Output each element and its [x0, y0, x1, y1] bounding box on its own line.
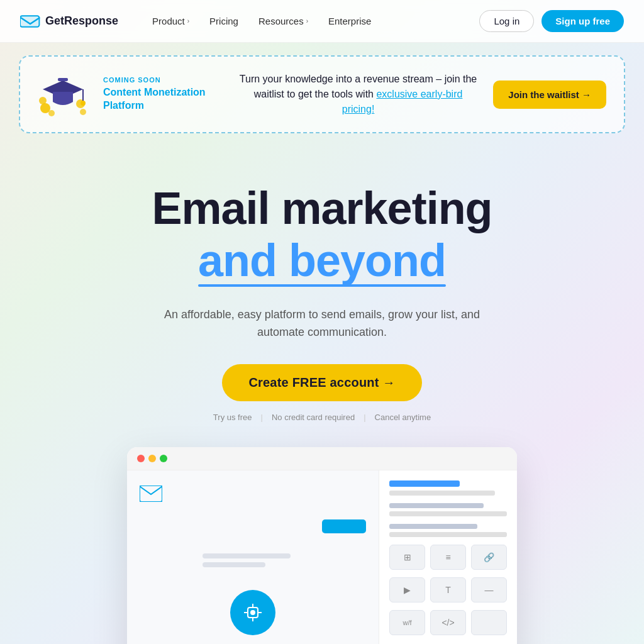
panel-divider-icon: — — [471, 577, 507, 602]
svg-point-13 — [250, 610, 255, 615]
panel-image-icon: ⊞ — [389, 545, 425, 570]
panel-icon-grid-2: ▶ T — — [389, 577, 507, 602]
panel-format-icon: T — [430, 577, 466, 602]
svg-point-3 — [39, 97, 47, 104]
nav-actions: Log in Sign up free — [479, 10, 624, 32]
separator-2: | — [364, 413, 365, 422]
logo-link[interactable]: GetResponse — [20, 14, 118, 29]
hero-section: Email marketing and beyond An affordable… — [0, 146, 644, 644]
svg-point-10 — [80, 101, 86, 106]
window-expand-dot — [160, 455, 167, 462]
navigation: GetResponse Product › Pricing Resources … — [0, 0, 644, 43]
hero-subtitle: An affordable, easy platform to send ema… — [158, 306, 486, 342]
svg-point-6 — [80, 109, 86, 115]
hero-title-main: Email marketing — [152, 183, 492, 233]
hero-title-sub: and beyond — [198, 233, 446, 287]
panel-social-icon: w/f — [389, 610, 425, 635]
hero-title: Email marketing and beyond — [25, 184, 619, 288]
grad-cap-icon — [38, 69, 88, 119]
svg-point-4 — [48, 110, 55, 116]
panel-section-1 — [389, 503, 507, 516]
nav-enterprise[interactable]: Enterprise — [319, 11, 380, 31]
panel-link-icon: 🔗 — [471, 545, 507, 570]
email-icon — [140, 486, 162, 502]
trust-item-1: Try us free — [213, 413, 252, 422]
svg-rect-0 — [20, 16, 39, 27]
panel-icon-grid-1: ⊞ ≡ 🔗 — [389, 545, 507, 570]
editor-properties-panel: ⊞ ≡ 🔗 ▶ T — w/f </> — [379, 470, 517, 644]
nav-product[interactable]: Product › — [143, 11, 198, 31]
svg-rect-8 — [58, 78, 68, 81]
panel-header — [389, 480, 507, 496]
panel-sub-bar — [389, 491, 495, 496]
panel-title-bar — [389, 480, 460, 487]
panel-code-icon: </> — [430, 610, 466, 635]
banner-description: Turn your knowledge into a revenue strea… — [238, 72, 479, 117]
screenshot-titlebar — [127, 447, 517, 470]
logo-icon — [20, 14, 40, 29]
svg-point-2 — [40, 103, 50, 113]
resources-chevron-icon: › — [306, 18, 308, 25]
trust-item-2: No credit card required — [272, 413, 355, 422]
screenshot-body: ⊞ ≡ 🔗 ▶ T — w/f </> — [127, 470, 517, 644]
logo-text: GetResponse — [45, 14, 118, 28]
waitlist-button[interactable]: Join the waitlist → — [493, 80, 606, 109]
coming-soon-label: COMING SOON — [103, 76, 223, 84]
separator-1: | — [261, 413, 263, 422]
hero-trust-indicators: Try us free | No credit card required | … — [25, 413, 619, 422]
nav-resources[interactable]: Resources › — [250, 11, 317, 31]
panel-video-icon: ▶ — [389, 577, 425, 602]
panel-section-2 — [389, 524, 507, 537]
panel-text-icon: ≡ — [430, 545, 466, 570]
banner-illustration — [38, 69, 88, 119]
panel-empty-icon — [471, 610, 507, 635]
platform-name: Content Monetization Platform — [103, 86, 223, 113]
create-account-button[interactable]: Create FREE account → — [222, 364, 421, 401]
login-button[interactable]: Log in — [479, 10, 534, 32]
banner-text: COMING SOON Content Monetization Platfor… — [103, 76, 223, 113]
editor-content-lines — [203, 553, 303, 567]
promo-banner: COMING SOON Content Monetization Platfor… — [19, 55, 625, 133]
ai-chip-icon — [230, 590, 275, 635]
product-chevron-icon: › — [187, 18, 189, 25]
nav-pricing[interactable]: Pricing — [201, 11, 247, 31]
signup-button[interactable]: Sign up free — [541, 10, 624, 32]
trust-item-3: Cancel anytime — [375, 413, 431, 422]
panel-icon-grid-3: w/f </> — [389, 610, 507, 635]
window-close-dot — [137, 455, 145, 462]
nav-links: Product › Pricing Resources › Enterprise — [143, 11, 479, 31]
window-minimize-dot — [148, 455, 156, 462]
editor-canvas — [127, 470, 379, 644]
product-screenshot: ⊞ ≡ 🔗 ▶ T — w/f </> — [127, 447, 517, 644]
